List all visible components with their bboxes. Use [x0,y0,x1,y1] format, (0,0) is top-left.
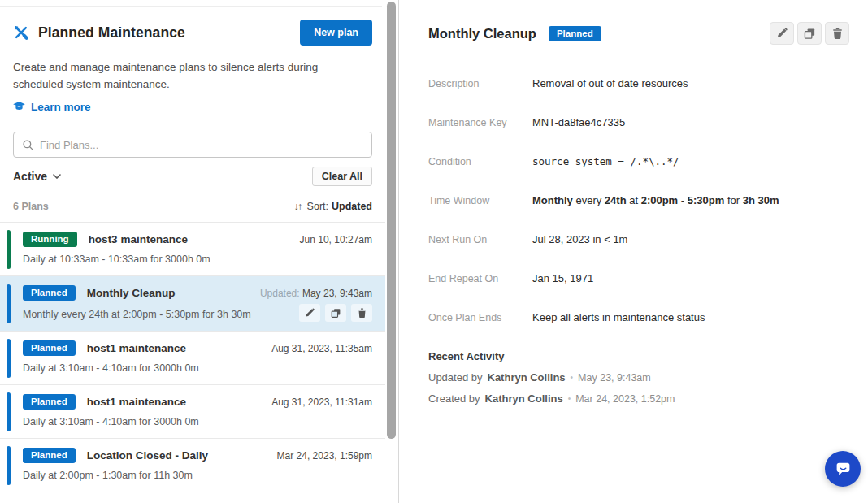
detail-actions [770,22,849,45]
panel-header: Planned Maintenance New plan [13,20,372,46]
activity-user: Kathryn Collins [485,392,563,405]
plan-list-item[interactable]: Planned host1 maintenance Aug 31, 2023, … [0,331,385,384]
plan-schedule: Daily at 2:00pm - 1:30am for 11h 30m [23,470,372,481]
top-divider [0,6,382,7]
activity-action: Created by [428,392,480,405]
field-next-run-on: Next Run On Jul 28, 2023 in < 1m [428,233,849,245]
row-actions [299,304,372,322]
sort-label: Sort: [307,201,328,212]
field-condition: Condition source_system = /.*\..*/ [428,155,849,167]
plan-list-item-selected[interactable]: Planned Monthly Cleanup Updated: May 23,… [0,275,385,331]
sort-direction-icon: ↓↑ [294,200,302,212]
search-icon [22,139,34,151]
plan-name: Monthly Cleanup [87,287,176,299]
scrollbar-thumb[interactable] [387,2,396,439]
trash-icon [357,308,367,319]
edit-plan-button[interactable] [770,22,794,45]
dot-separator: • [568,394,571,403]
pencil-icon [305,308,315,319]
recent-activity: Recent Activity Updated by Kathryn Colli… [428,350,849,405]
detail-header: Monthly Cleanup Planned [428,22,849,45]
pencil-icon [776,28,788,40]
duplicate-icon [331,308,341,319]
list-meta-row: 6 Plans ↓↑ Sort: Updated [13,200,372,212]
activity-action: Updated by [428,371,483,384]
status-filter-value: Active [13,170,47,183]
field-maintenance-key: Maintenance Key MNT-da8fae4c7335 [428,116,849,128]
chat-bubble-icon [835,461,852,478]
activity-entry: Created by Kathryn Collins • Mar 24, 202… [428,392,849,405]
plan-count: 6 Plans [13,201,49,212]
activity-time: May 23, 9:43am [578,372,651,384]
delete-plan-button[interactable] [351,304,372,322]
plan-name: host1 maintenance [87,396,186,408]
trash-icon [831,28,844,40]
plan-detail-panel: Monthly Cleanup Planned [399,0,868,503]
detail-status-badge: Planned [549,26,601,41]
tools-icon [13,24,29,41]
status-bar [7,284,11,323]
updated-date: May 23, 9:43am [302,288,372,299]
plan-date: Jun 10, 10:27am [300,234,372,245]
field-time-window: Time Window Monthly every 24th at 2:00pm… [428,194,849,206]
plan-list-item[interactable]: Running host3 maintenance Jun 10, 10:27a… [0,222,385,275]
new-plan-button[interactable]: New plan [300,20,372,46]
plan-name: host1 maintenance [87,342,186,354]
status-filter-dropdown[interactable]: Active [13,170,61,183]
plan-name: Location Closed - Daily [87,449,208,462]
duplicate-icon [804,28,816,40]
plans-panel: Planned Maintenance New plan Create and … [0,0,385,503]
graduation-cap-icon [13,101,25,113]
status-badge: Running [23,232,77,247]
clear-all-button[interactable]: Clear All [312,167,372,186]
chevron-down-icon [53,174,61,179]
status-bar [7,339,11,378]
plan-schedule: Daily at 10:33am - 10:33am for 3000h 0m [23,254,372,265]
page-title: Planned Maintenance [38,24,185,41]
plan-list-item[interactable]: Planned Location Closed - Daily Mar 24, … [0,438,385,492]
chat-widget-button[interactable] [825,451,861,487]
plan-date: Aug 31, 2023, 11:35am [271,343,372,354]
status-bar [7,230,11,269]
field-description: Description Removal of out of date resou… [428,77,849,89]
detail-title: Monthly Cleanup [428,26,536,41]
status-badge: Planned [23,448,76,463]
dot-separator: • [571,373,574,382]
field-once-plan-ends: Once Plan Ends Keep all alerts in mainte… [428,311,849,323]
plan-name: host3 maintenance [89,233,188,245]
planned-maintenance-app: Planned Maintenance New plan Create and … [0,0,868,503]
filter-row: Active Clear All [13,166,372,187]
page-description: Create and manage maintenance plans to s… [13,59,361,93]
sort-value: Updated [332,201,372,212]
search-input[interactable] [40,139,363,151]
plan-schedule: Daily at 3:10am - 4:10am for 3000h 0m [23,362,372,374]
duplicate-plan-button[interactable] [325,304,346,322]
plan-date: Aug 31, 2023, 11:31am [271,397,372,408]
delete-plan-button[interactable] [825,22,849,45]
plan-date: Mar 24, 2023, 1:59pm [277,450,372,462]
status-badge: Planned [23,285,76,301]
activity-user: Kathryn Collins [488,371,566,384]
status-badge: Planned [23,394,76,410]
status-bar [7,392,11,431]
plan-date: Updated: May 23, 9:43am [260,288,372,299]
recent-activity-header: Recent Activity [428,350,849,362]
detail-fields: Description Removal of out of date resou… [428,77,849,323]
learn-more-label: Learn more [31,101,91,113]
plan-schedule: Monthly every 24th at 2:00pm - 5:30pm fo… [23,309,251,320]
updated-prefix: Updated: [260,288,300,299]
activity-time: Mar 24, 2023, 1:52pm [575,393,675,405]
field-end-repeat-on: End Repeat On Jan 15, 1971 [428,272,849,284]
left-panel-scrollbar[interactable] [385,0,397,503]
duplicate-plan-button[interactable] [797,22,822,45]
activity-entry: Updated by Kathryn Collins • May 23, 9:4… [428,371,849,384]
sort-control[interactable]: ↓↑ Sort: Updated [294,200,372,212]
status-badge: Planned [23,340,76,356]
plan-list: Running host3 maintenance Jun 10, 10:27a… [0,222,385,492]
learn-more-link[interactable]: Learn more [13,101,91,113]
status-bar [7,446,11,485]
plan-list-item[interactable]: Planned host1 maintenance Aug 31, 2023, … [0,384,385,438]
plan-schedule: Daily at 3:10am - 4:10am for 3000h 0m [23,416,372,427]
edit-plan-button[interactable] [299,304,320,322]
search-box [13,132,372,158]
